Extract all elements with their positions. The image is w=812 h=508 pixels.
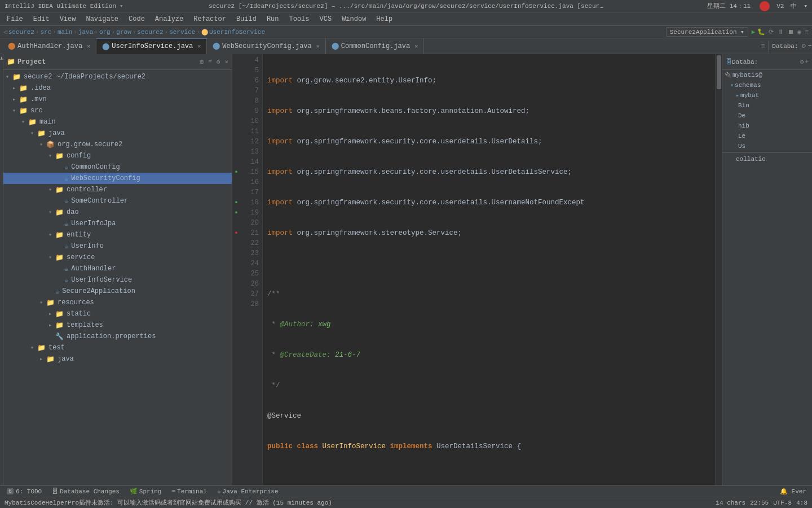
menu-code[interactable]: Code	[124, 14, 149, 24]
bottom-tab-javaent[interactable]: ☕ Java Enterprise	[213, 487, 283, 496]
expand-idea[interactable]	[12, 85, 18, 91]
db-schemas[interactable]: ▾ schemas	[722, 80, 812, 90]
menu-vcs[interactable]: VCS	[315, 14, 337, 24]
sidebar-collapse[interactable]: ≡	[208, 59, 212, 65]
debug-button[interactable]: 🐛	[757, 28, 765, 36]
close-tab-authhandler[interactable]: ✕	[87, 43, 90, 50]
menu-analyze[interactable]: Analyze	[151, 14, 188, 24]
menu-view[interactable]: View	[55, 14, 81, 24]
tab-userinfoservice[interactable]: ⬤ UserInfoService.java ✕	[96, 38, 207, 54]
database-settings-icon[interactable]: ⚙	[800, 58, 804, 65]
db-de[interactable]: De	[722, 111, 812, 121]
db-mybatis-conn[interactable]: 🔌 mybatis@	[722, 70, 812, 80]
encoding[interactable]: UTF-8	[773, 500, 792, 506]
bottom-tab-todo[interactable]: 6 6: TODO	[2, 488, 46, 496]
run-config-selector[interactable]: Secure2Application ▾	[666, 27, 748, 37]
code-editor[interactable]: import org.grow.secure2.entity.UserInfo;…	[263, 54, 715, 485]
tree-item-java[interactable]: 📁 java	[3, 128, 232, 139]
menu-refactor[interactable]: Refactor	[189, 14, 231, 24]
tree-item-static[interactable]: 📁 static	[3, 308, 232, 319]
bottom-tab-terminal[interactable]: ⌨ Terminal	[167, 487, 211, 496]
db-us[interactable]: Us	[722, 141, 812, 151]
dropdown-arrow[interactable]: ▾	[120, 2, 123, 10]
expand-templates[interactable]	[48, 322, 54, 329]
tree-item-test-java[interactable]: 📁 java	[3, 353, 232, 365]
tree-item-config[interactable]: 📁 config	[3, 150, 232, 161]
tree-item-websecurityconfig[interactable]: ☕ WebSecurityConfig	[3, 173, 232, 184]
sidebar-scope[interactable]: ⊞	[200, 58, 204, 65]
right-panel-settings[interactable]: ⚙	[802, 42, 806, 50]
tree-item-mvn[interactable]: 📁 .mvn	[3, 94, 232, 105]
tree-item-commonconfig[interactable]: ☕ CommonConfig	[3, 161, 232, 173]
menu-file[interactable]: File	[2, 14, 28, 24]
close-tab-commonconfig[interactable]: ✕	[414, 43, 418, 50]
expand-entity[interactable]	[48, 231, 54, 238]
path-secure2-pkg[interactable]: secure2	[137, 29, 163, 36]
menu-tools[interactable]: Tools	[285, 14, 314, 24]
tree-item-resources[interactable]: 📁 resources	[3, 297, 232, 308]
tree-item-controller[interactable]: 📁 controller	[3, 184, 232, 195]
right-panel-plus[interactable]: +	[808, 42, 812, 50]
nav-back[interactable]: ◁	[3, 28, 7, 36]
tree-item-secure2-root[interactable]: 📁 secure2 ~/IdeaProjects/secure2	[3, 71, 232, 82]
close-tab-websecurityconfig[interactable]: ✕	[316, 43, 320, 50]
db-collatio[interactable]: collatio	[722, 154, 812, 164]
expand-mvn[interactable]	[12, 96, 18, 103]
expand-src[interactable]	[12, 107, 18, 114]
path-main[interactable]: main	[58, 29, 72, 36]
path-grow[interactable]: grow	[116, 29, 131, 36]
tab-commonconfig[interactable]: ⬤ CommonConfig.java ✕	[326, 38, 424, 54]
tree-item-main[interactable]: 📁 main	[3, 116, 232, 128]
tree-item-secure2app[interactable]: ☕ Secure2Application	[3, 286, 232, 297]
expand-main[interactable]	[21, 119, 27, 125]
tree-item-dao[interactable]: 📁 dao	[3, 207, 232, 218]
tree-item-service[interactable]: 📁 service	[3, 252, 232, 263]
tree-item-userinfojpa[interactable]: ☕ UserInfoJpa	[3, 218, 232, 229]
tree-item-src[interactable]: 📁 src	[3, 105, 232, 116]
tree-item-authhandler[interactable]: ☕ AuthHandler	[3, 263, 232, 274]
path-src[interactable]: src	[40, 29, 51, 36]
event-log-icon[interactable]: 🔔 Ever	[776, 488, 810, 495]
menu-build[interactable]: Build	[232, 14, 261, 24]
menu-window[interactable]: Window	[337, 14, 370, 24]
expand-controller[interactable]	[48, 186, 54, 193]
tree-item-userinfo[interactable]: ☕ UserInfo	[3, 240, 232, 252]
editor-settings-icon[interactable]: ≡	[761, 42, 765, 50]
tree-item-entity[interactable]: 📁 entity	[3, 229, 232, 240]
menu-run[interactable]: Run	[262, 14, 284, 24]
db-hib[interactable]: hib	[722, 121, 812, 131]
tab-websecurityconfig[interactable]: ⬤ WebSecurityConfig.java ✕	[207, 38, 325, 54]
tree-item-somecontroller[interactable]: ☕ SomeController	[3, 195, 232, 207]
tab-authhandler[interactable]: ⬤ AuthHandler.java ✕	[2, 38, 96, 54]
app-menu-button[interactable]: IntelliJ IDEA Ultimate Edition	[5, 3, 116, 10]
tree-item-appprops[interactable]: 🔧 application.properties	[3, 331, 232, 342]
path-secure2[interactable]: secure2	[8, 29, 34, 36]
run-button[interactable]: ▶	[752, 28, 756, 36]
expand-dao[interactable]	[48, 209, 54, 216]
path-userinfoservice[interactable]: ⬤	[201, 28, 208, 36]
bottom-tab-dbchanges[interactable]: 🗄 Database Changes	[47, 487, 124, 496]
bottom-tab-spring[interactable]: 🌿 Spring	[125, 487, 166, 496]
tree-item-idea[interactable]: 📁 .idea	[3, 82, 232, 94]
expand-service[interactable]	[48, 254, 54, 261]
db-mybat[interactable]: ▸ mybat	[722, 90, 812, 100]
expand-test[interactable]	[30, 344, 36, 351]
close-tab-userinfoservice[interactable]: ✕	[197, 43, 201, 50]
menu-navigate[interactable]: Navigate	[81, 14, 123, 24]
tree-item-test[interactable]: 📁 test	[3, 342, 232, 353]
editor-scrollbar[interactable]	[715, 54, 722, 485]
database-add-icon[interactable]: +	[805, 59, 809, 65]
menu-help[interactable]: Help	[372, 14, 397, 24]
expand-config[interactable]	[48, 152, 54, 159]
favorites-icon[interactable]: F	[0, 56, 5, 60]
expand-java[interactable]	[30, 130, 36, 137]
sidebar-close[interactable]: ✕	[224, 58, 228, 65]
sidebar-settings[interactable]: ⚙	[217, 58, 220, 65]
path-service[interactable]: service	[169, 29, 195, 36]
expand-test-java[interactable]	[39, 356, 45, 362]
tree-item-org-grow-secure2[interactable]: 📦 org.grow.secure2	[3, 139, 232, 150]
path-userinfoservice-name[interactable]: UserInfoService	[209, 29, 265, 36]
expand-resources[interactable]	[39, 299, 45, 306]
expand-static[interactable]	[48, 310, 54, 317]
expand-org-grow-secure2[interactable]	[39, 141, 45, 148]
